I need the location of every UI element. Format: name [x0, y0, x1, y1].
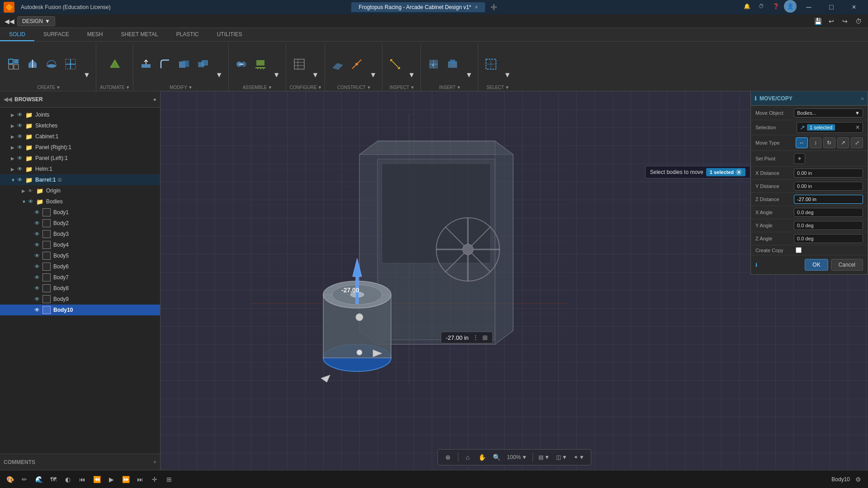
revolve-btn[interactable] [42, 54, 61, 74]
close-tab-icon[interactable]: × [475, 4, 478, 10]
browser-collapse-icon[interactable]: ◀◀ [4, 96, 12, 103]
home-view-btn[interactable]: ⌂ [461, 450, 474, 464]
play-forward-btn[interactable]: ⏭ [134, 473, 146, 486]
assemble-dropdown-btn[interactable]: ▼ [270, 69, 283, 81]
timeline-icon-btn[interactable]: 🎨 [4, 473, 16, 486]
close-button[interactable]: × [844, 0, 864, 14]
select-dropdown-btn[interactable]: ▼ [501, 69, 514, 81]
play-back-btn[interactable]: ⏮ [76, 473, 89, 486]
fillet-btn[interactable] [156, 54, 174, 74]
browser-item-panel-left[interactable]: ▶ 👁 📁 Panel (Left):1 [0, 153, 160, 164]
browser-item-body9[interactable]: 👁 Body9 [0, 294, 160, 305]
select-btn[interactable] [482, 54, 500, 74]
extrude-btn[interactable] [24, 54, 42, 74]
updates-icon[interactable]: ❓ [769, 0, 782, 13]
y-angle-input[interactable] [794, 221, 863, 230]
settings-icon[interactable]: ⚙ [852, 473, 864, 486]
add-tab-btn[interactable]: ➕ [488, 1, 500, 13]
x-distance-input[interactable] [794, 169, 863, 178]
redo-btn[interactable]: ↪ [839, 15, 851, 27]
move-object-dropdown[interactable]: Bodies... ▼ [794, 108, 863, 117]
browser-item-sketches[interactable]: ▶ 👁 📁 Sketches [0, 120, 160, 131]
selection-input-btn[interactable]: ↗ 1 selected ✕ [797, 122, 863, 133]
new-component-btn[interactable] [5, 54, 23, 74]
create-copy-checkbox[interactable] [796, 247, 802, 253]
browser-item-panel-right[interactable]: ▶ 👁 📁 Panel (Right):1 [0, 142, 160, 153]
minimize-button[interactable]: ─ [798, 0, 819, 14]
play-btn[interactable]: ▶ [105, 473, 118, 486]
browser-item-body7[interactable]: 👁 Body7 [0, 272, 160, 283]
create-dropdown-btn[interactable]: ▼ [80, 69, 93, 81]
zoom-dropdown-btn[interactable]: 100%▼ [504, 452, 530, 462]
cancel-button[interactable]: Cancel [831, 259, 863, 271]
browser-item-barrel[interactable]: ▼ 👁 📁 Barrel:1 ⦿ [0, 174, 160, 185]
browser-item-body6[interactable]: 👁 Body6 [0, 261, 160, 272]
browser-item-body4[interactable]: 👁 Body4 [0, 239, 160, 250]
measure-btn[interactable] [386, 54, 404, 74]
configure-dropdown-btn[interactable]: ▼ [309, 69, 322, 81]
browser-item-body1[interactable]: 👁 Body1 [0, 207, 160, 218]
insert-dropdown-btn[interactable]: ▼ [462, 69, 475, 81]
help-icon[interactable]: 🔔 [741, 0, 753, 13]
move-type-rotate-btn[interactable]: ↻ [823, 137, 835, 148]
combine-btn[interactable] [175, 54, 193, 74]
fit-view-btn[interactable]: ⊕ [441, 450, 455, 464]
z-distance-input[interactable] [794, 195, 863, 204]
move-type-axis-btn[interactable]: ↕ [810, 137, 822, 148]
browser-item-body5[interactable]: 👁 Body5 [0, 250, 160, 261]
map-icon-btn[interactable]: 🗺 [47, 473, 60, 486]
insert-mesh-btn[interactable]: + [425, 54, 443, 74]
notifications-icon[interactable]: ⏱ [755, 0, 768, 13]
browser-item-body8[interactable]: 👁 Body8 [0, 283, 160, 294]
step-forward-btn[interactable]: ⏩ [119, 473, 132, 486]
tab-mesh[interactable]: MESH [78, 28, 112, 41]
browser-item-cabinet[interactable]: ▶ 👁 📁 Cabinet:1 [0, 131, 160, 142]
move-copy-btn[interactable] [194, 54, 212, 74]
automate-icon-btn[interactable] [106, 54, 124, 74]
move-type-custom-btn[interactable]: ⤢ [851, 137, 863, 148]
viewport[interactable]: -27.00 -27.00 in ⋮ ⊞ TOP FRONT RIGHT [160, 91, 868, 470]
ground-btn[interactable] [251, 54, 269, 74]
browser-item-joints[interactable]: ▶ 👁 📁 Joints [0, 109, 160, 120]
clear-selection-btn[interactable]: ✕ [736, 169, 742, 175]
move-type-scale-btn[interactable]: ↗ [837, 137, 849, 148]
axis-btn[interactable] [348, 54, 366, 74]
design-button[interactable]: DESIGN ▼ [17, 16, 55, 26]
display-mode-btn[interactable]: ▤▼ [536, 452, 552, 462]
y-distance-input[interactable] [794, 182, 863, 191]
sidebar-toggle-btn[interactable]: ◀◀ [4, 15, 15, 27]
tab-plastic[interactable]: PLASTIC [167, 28, 208, 41]
z-angle-input[interactable] [794, 234, 863, 243]
comments-expand-icon[interactable]: + [153, 459, 156, 465]
browser-item-bodies[interactable]: ▼ 👁 📁 Bodies [0, 196, 160, 207]
x-angle-input[interactable] [794, 208, 863, 217]
inspect-dropdown-btn[interactable]: ▼ [405, 69, 418, 81]
move-type-translate-btn[interactable]: ↔ [796, 137, 808, 148]
ok-button[interactable]: OK [805, 259, 828, 271]
maximize-button[interactable]: □ [821, 0, 842, 14]
construct-dropdown-btn[interactable]: ▼ [367, 69, 379, 81]
browser-item-body3[interactable]: 👁 Body3 [0, 229, 160, 239]
modify-dropdown-btn[interactable]: ▼ [213, 69, 226, 81]
joint-btn[interactable] [232, 54, 250, 74]
tab-sheet-metal[interactable]: SHEET METAL [112, 28, 167, 41]
tab-utilities[interactable]: UTILITIES [208, 28, 251, 41]
undo-btn[interactable]: ↩ [826, 15, 837, 27]
move-gizmo-btn[interactable]: ✛ [148, 473, 161, 486]
tab-surface[interactable]: SURFACE [34, 28, 78, 41]
browser-item-body2[interactable]: 👁 Body2 [0, 218, 160, 229]
save-btn[interactable]: 💾 [812, 15, 824, 27]
effects-btn[interactable]: ✦▼ [571, 452, 587, 462]
file-tab[interactable]: Frogtopus Racing - Arcade Cabinet Design… [351, 2, 485, 12]
browser-settings-icon[interactable]: ● [153, 96, 156, 103]
align-btn[interactable]: ⊞ [163, 473, 175, 486]
browser-item-origin[interactable]: ▶ 👁 📁 Origin [0, 185, 160, 196]
z-distance-options-btn[interactable]: ⋮ [472, 334, 479, 341]
z-distance-expand-btn[interactable]: ⊞ [482, 334, 488, 341]
sim-icon-btn[interactable]: ◐ [61, 473, 74, 486]
press-pull-btn[interactable] [137, 54, 155, 74]
plane-btn[interactable] [329, 54, 347, 74]
clear-selection-icon[interactable]: ✕ [855, 124, 860, 131]
history-btn[interactable]: ⏱ [853, 15, 864, 27]
gradient-icon-btn[interactable]: 🌊 [33, 473, 45, 486]
